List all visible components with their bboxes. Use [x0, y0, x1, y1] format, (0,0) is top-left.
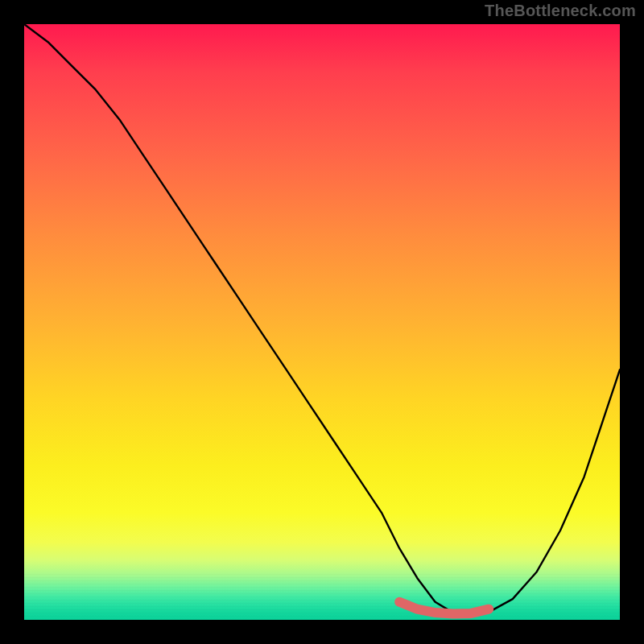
chart-frame: TheBottleneck.com	[0, 0, 644, 644]
bottleneck-curve	[24, 24, 620, 615]
plot-area	[24, 24, 620, 620]
watermark-text: TheBottleneck.com	[485, 2, 636, 20]
curve-svg	[24, 24, 620, 620]
